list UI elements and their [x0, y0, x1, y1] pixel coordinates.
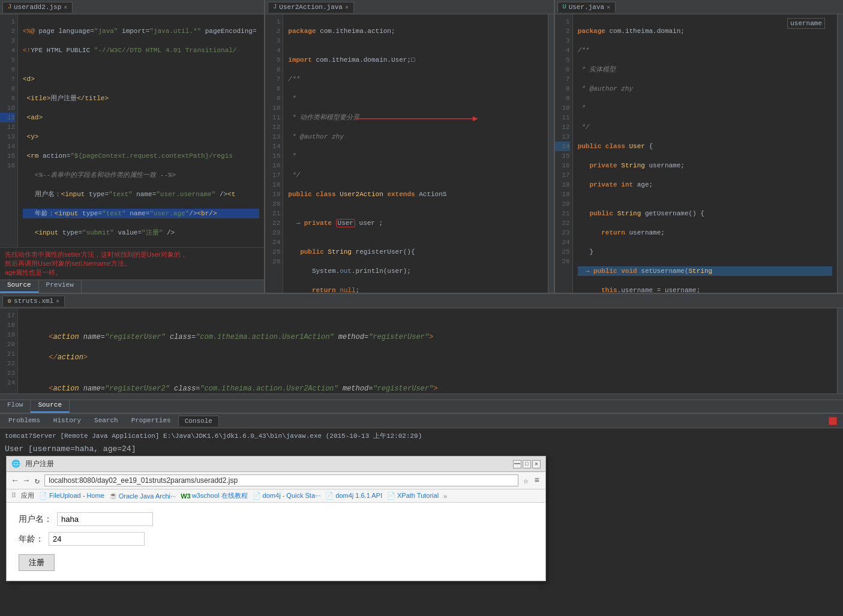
tab-user-java[interactable]: U User.java ✕: [557, 2, 616, 13]
console-output: User [username=haha, age=24]: [5, 444, 838, 455]
tab-preview[interactable]: Preview: [39, 280, 82, 293]
bookmark-xpath[interactable]: 📄 XPath Tutorial: [387, 492, 439, 500]
tab-struts-xml[interactable]: ⚙ struts.xml ✕: [2, 296, 65, 307]
back-button[interactable]: ←: [11, 476, 19, 485]
top-editor-area: J useradd2.jsp ✕ 12345 678910 11 1213141…: [0, 0, 843, 294]
tab-problems[interactable]: Problems: [2, 416, 46, 426]
browser-title-text: 用户注册: [25, 459, 54, 469]
bookmark-dom4j[interactable]: 📄 dom4j - Quick Sta···: [253, 492, 321, 500]
tab-useradd2[interactable]: J useradd2.jsp ✕: [2, 2, 73, 13]
code-view-3: 12345 678910 1112131415 1617181920 21222…: [555, 14, 843, 293]
tab-icon-jsp: J: [8, 4, 11, 10]
tab-properties[interactable]: Properties: [125, 416, 177, 426]
scrollbar-xml[interactable]: [837, 308, 843, 393]
xml-tab-label: struts.xml: [14, 298, 53, 305]
code-content-3[interactable]: package com.itheima.domain; /** * 实体模型 *…: [573, 14, 837, 293]
more-bookmarks[interactable]: »: [443, 492, 447, 500]
xml-code-content[interactable]: <action name="registerUser" class="com.i…: [18, 308, 837, 393]
forward-button[interactable]: →: [22, 476, 29, 485]
tab-label-user2action: User2Action.java: [279, 4, 343, 11]
console-content: tomcat7Server [Remote Java Application] …: [0, 428, 843, 457]
browser-popup: 🌐 用户注册 □ ✕ ← → ↻ ☆ ≡ ⠿ 应用 📄 FileUpload -…: [6, 456, 546, 581]
line-numbers-2: 12345 678910 1112131415 1617181920 21222…: [265, 14, 283, 293]
xml-editor-area: ⚙ struts.xml ✕ 17181920 21222324 <action…: [0, 294, 843, 414]
browser-toolbar: ⠿ 应用 📄 FileUpload - Home ☕ Oracle Java A…: [7, 489, 545, 503]
submit-row: 注册: [19, 552, 533, 571]
editor-status-tabs-1: Source Preview: [0, 280, 264, 293]
close-button[interactable]: ✕: [532, 460, 541, 468]
tab-console[interactable]: Console: [178, 416, 219, 426]
apps-icon: ⠿: [11, 492, 16, 500]
username-input[interactable]: [57, 512, 153, 526]
age-label-browser: 年龄：: [19, 534, 44, 545]
editor-panel-3: U User.java ✕ 12345 678910 1112131415 16…: [555, 0, 843, 293]
bookmark-w3school[interactable]: W3 w3school 在线教程: [181, 491, 247, 500]
maximize-button[interactable]: □: [523, 460, 531, 468]
line-numbers-1: 12345 678910 11 1213141516: [0, 14, 18, 247]
xml-tab-bar: ⚙ struts.xml ✕: [0, 294, 843, 308]
browser-content: 用户名： 年龄： 注册: [7, 503, 545, 581]
code-view-2: 12345 678910 1112131415 1617181920 21222…: [265, 14, 553, 293]
tab-bar-2: J User2Action.java ✕: [265, 0, 553, 14]
close-icon[interactable]: ✕: [64, 4, 67, 11]
username-label: username: [787, 18, 825, 29]
username-label-browser: 用户名：: [19, 514, 52, 525]
callout-annotation: 先找动作类中属性的setter方法，这时候找到的是User对象的，然后再调用Us…: [5, 250, 259, 277]
tab-bar-3: U User.java ✕: [555, 0, 843, 14]
browser-nav: ← → ↻ ☆ ≡: [7, 472, 545, 489]
scrollbar-panel2[interactable]: [548, 14, 554, 293]
age-row: 年龄：: [19, 532, 533, 546]
window-controls: □ ✕: [513, 460, 541, 468]
url-bar[interactable]: [44, 474, 518, 486]
tab-icon-java: J: [273, 4, 277, 10]
console-tabs: Problems History Search Properties Conso…: [2, 416, 219, 426]
minimize-button[interactable]: [513, 460, 521, 468]
tab-source-xml[interactable]: Source: [31, 400, 70, 413]
close-icon-3[interactable]: ✕: [607, 4, 610, 11]
stop-button[interactable]: [829, 417, 837, 425]
line-numbers-3: 12345 678910 1112131415 1617181920 21222…: [555, 14, 573, 293]
xml-tab-icon: ⚙: [8, 298, 11, 305]
bookmark-fileupload[interactable]: 📄 FileUpload - Home: [39, 492, 104, 500]
xml-close-icon[interactable]: ✕: [56, 298, 59, 305]
code-content-2[interactable]: package com.itheima.action; import com.i…: [283, 14, 547, 293]
refresh-button[interactable]: ↻: [34, 476, 41, 486]
bookmark-dom4j-api[interactable]: 📄 dom4j 1.6.1 API: [325, 492, 382, 500]
tab-icon-user: U: [563, 4, 566, 10]
tab-label-useradd2: useradd2.jsp: [14, 4, 61, 11]
tab-user2action[interactable]: J User2Action.java ✕: [268, 2, 354, 13]
xml-status-tabs: Flow Source: [0, 399, 843, 413]
tab-flow[interactable]: Flow: [0, 400, 31, 413]
console-tab-bar: Problems History Search Properties Conso…: [0, 414, 843, 428]
xml-code-view: 17181920 21222324 <action name="register…: [0, 308, 843, 393]
browser-title-left: 🌐 用户注册: [11, 459, 54, 469]
code-view-1: 12345 678910 11 1213141516 <%@ page lang…: [0, 14, 264, 247]
editor-panel-1: J useradd2.jsp ✕ 12345 678910 11 1213141…: [0, 0, 265, 293]
xml-line-numbers: 17181920 21222324: [0, 308, 18, 393]
tab-search[interactable]: Search: [88, 416, 124, 426]
scrollbar-panel3[interactable]: [837, 14, 843, 293]
tab-bar-1: J useradd2.jsp ✕: [0, 0, 264, 14]
bookmark-oracle[interactable]: ☕ Oracle Java Archi···: [109, 492, 176, 500]
tab-source[interactable]: Source: [0, 280, 39, 293]
browser-title-bar: 🌐 用户注册 □ ✕: [7, 456, 545, 472]
close-icon-2[interactable]: ✕: [345, 4, 349, 11]
console-title: tomcat7Server [Remote Java Application] …: [5, 431, 838, 441]
bookmark-apps[interactable]: 应用: [21, 491, 34, 500]
editor-panel-2: J User2Action.java ✕ 12345 678910 111213…: [265, 0, 554, 293]
bookmark-button[interactable]: ☆: [522, 476, 529, 486]
code-content-1[interactable]: <%@ page language="java" import="java.ut…: [18, 14, 264, 247]
tab-history[interactable]: History: [47, 416, 87, 426]
hscroll-xml[interactable]: [0, 393, 843, 399]
submit-button[interactable]: 注册: [19, 554, 55, 571]
age-input[interactable]: [49, 532, 145, 546]
favicon: 🌐: [11, 459, 20, 468]
menu-button[interactable]: ≡: [533, 476, 541, 485]
username-row: 用户名：: [19, 512, 533, 526]
tab-label-user-java: User.java: [569, 4, 604, 11]
